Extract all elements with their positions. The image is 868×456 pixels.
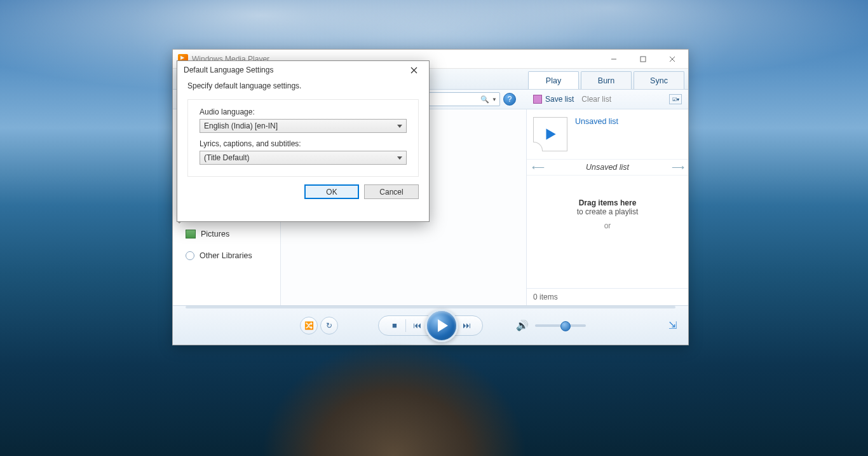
search-dropdown-icon[interactable]: ▼ (492, 97, 497, 102)
tab-burn[interactable]: Burn (581, 71, 632, 89)
drop-hint-or: or (527, 221, 688, 230)
audio-language-select[interactable]: English (India) [en-IN] (200, 119, 407, 133)
nav-item-other-libraries[interactable]: Other Libraries (173, 249, 280, 263)
next-list-button[interactable]: ⟶ (672, 162, 683, 172)
switch-view-button[interactable]: ⇲ (668, 319, 677, 331)
svg-rect-1 (641, 57, 646, 62)
shuffle-repeat-group: 🔀 ↻ (300, 317, 338, 335)
playlist-pane: Unsaved list ⟵ Unsaved list ⟶ Drag items… (527, 109, 688, 305)
dialog-body: Specify default language settings. Audio… (177, 79, 429, 221)
drop-hint-bold: Drag items here (527, 198, 688, 207)
stop-button[interactable]: ■ (384, 316, 405, 335)
prev-list-button[interactable]: ⟵ (532, 162, 543, 172)
list-options-button[interactable]: ☑▾ (669, 94, 682, 104)
language-settings-dialog: Default Language Settings Specify defaul… (177, 60, 430, 222)
dialog-close-button[interactable] (401, 62, 426, 78)
tab-sync[interactable]: Sync (634, 71, 684, 89)
subtitles-value: (Title Default) (204, 153, 250, 162)
checklist-icon: ☑▾ (672, 97, 679, 102)
subtitles-label: Lyrics, captions, and subtitles: (200, 139, 407, 148)
ok-button[interactable]: OK (304, 184, 359, 199)
play-button[interactable] (425, 309, 458, 342)
close-icon (669, 56, 675, 62)
dialog-instruction: Specify default language settings. (187, 81, 419, 90)
repeat-icon: ↻ (326, 321, 332, 330)
subtitles-select[interactable]: (Title Default) (200, 151, 407, 165)
transport-group: ■ ⏮ ⏭ (378, 315, 483, 336)
unsaved-list-link[interactable]: Unsaved list (575, 117, 618, 126)
play-icon (542, 126, 559, 142)
repeat-button[interactable]: ↻ (320, 317, 338, 335)
close-icon (410, 67, 417, 74)
audio-language-label: Audio language: (200, 107, 407, 116)
playlist-thumbnail (533, 117, 567, 151)
dialog-titlebar[interactable]: Default Language Settings (177, 61, 429, 79)
search-input[interactable]: 🔍 ▼ (427, 92, 500, 106)
list-toolbar: Save list Clear list ☑▾ (527, 94, 688, 104)
next-button[interactable]: ⏭ (456, 316, 477, 335)
nav-label-pictures: Pictures (201, 230, 229, 238)
nav-label-other-libraries: Other Libraries (200, 251, 252, 260)
cancel-button[interactable]: Cancel (364, 184, 419, 199)
next-icon: ⏭ (463, 321, 471, 330)
mute-button[interactable]: 🔊 (516, 319, 529, 331)
dialog-title: Default Language Settings (184, 66, 273, 74)
clear-list-button[interactable]: Clear list (581, 95, 611, 104)
save-list-button[interactable]: Save list (533, 95, 574, 104)
stop-icon: ■ (392, 321, 397, 330)
shuffle-button[interactable]: 🔀 (300, 317, 318, 335)
search-icon: 🔍 (480, 95, 489, 104)
volume-slider[interactable] (535, 324, 586, 327)
playlist-header: Unsaved list (527, 109, 688, 159)
maximize-button[interactable] (628, 50, 658, 68)
drop-hint-sub: to create a playlist (527, 207, 688, 216)
pictures-icon (186, 230, 196, 238)
playlist-title-row: ⟵ Unsaved list ⟶ (527, 159, 688, 176)
help-button[interactable]: ? (503, 93, 516, 106)
volume-group: 🔊 (516, 319, 586, 331)
help-icon: ? (508, 95, 512, 104)
previous-icon: ⏮ (413, 321, 421, 330)
dialog-field-group: Audio language: English (India) [en-IN] … (187, 99, 419, 177)
tab-play[interactable]: Play (528, 71, 579, 89)
save-list-label: Save list (545, 95, 574, 104)
player-controls: 🔀 ↻ ■ ⏮ ⏭ 🔊 ⇲ (173, 305, 688, 345)
shuffle-icon: 🔀 (304, 321, 314, 330)
playlist-drop-area[interactable]: Drag items here to create a playlist or (527, 176, 688, 288)
save-icon (533, 95, 542, 104)
libraries-icon (186, 251, 194, 260)
switch-view-icon: ⇲ (668, 320, 677, 331)
close-button[interactable] (658, 50, 687, 68)
audio-language-value: English (India) [en-IN] (204, 121, 278, 130)
playlist-footer: 0 items (527, 288, 688, 305)
playlist-title: Unsaved list (543, 163, 672, 172)
minimize-button[interactable] (599, 50, 628, 68)
previous-button[interactable]: ⏮ (406, 316, 428, 335)
nav-item-pictures[interactable]: Pictures (173, 227, 280, 241)
minimize-icon (611, 56, 617, 62)
dialog-button-row: OK Cancel (187, 184, 419, 199)
maximize-icon (640, 56, 646, 62)
seek-bar[interactable] (186, 306, 675, 308)
